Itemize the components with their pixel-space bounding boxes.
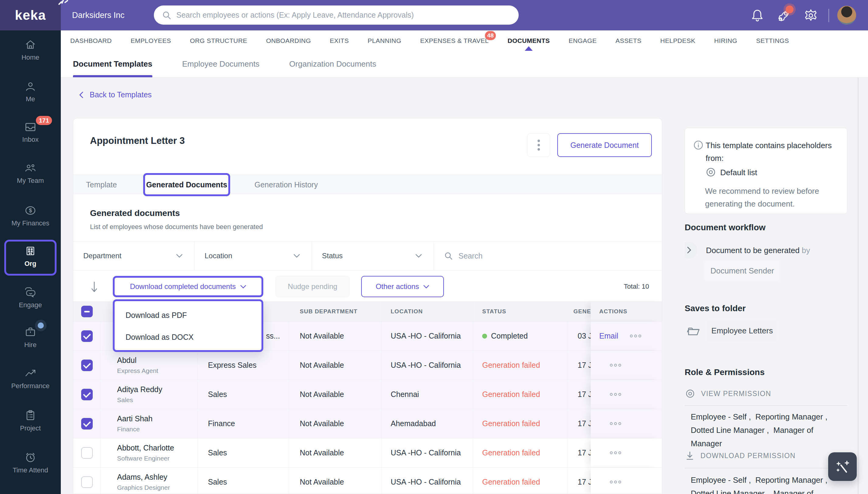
sidebar-item-project[interactable]: Project — [0, 410, 61, 432]
search-icon — [162, 10, 172, 20]
sidebar-item-time-attend[interactable]: Time Attend — [0, 451, 61, 474]
nav-employees[interactable]: EMPLOYEES — [131, 31, 171, 51]
default-list-label: Default list — [720, 168, 757, 177]
row-checkbox[interactable] — [81, 447, 93, 459]
table-row[interactable]: AbdulExpress Agent Express Sales Not Ava… — [73, 351, 662, 380]
nav-onboarding[interactable]: ONBOARDING — [266, 31, 311, 51]
table-row[interactable]: Aarti ShahFinance Finance Not Available … — [73, 409, 662, 438]
view-permission-row: VIEW PERMISSION — [685, 389, 771, 398]
sidebar-item-me[interactable]: Me — [0, 80, 61, 103]
row-actions-menu-icon[interactable] — [610, 364, 621, 366]
tab-template[interactable]: Template — [86, 175, 117, 194]
global-search[interactable] — [154, 5, 519, 25]
other-actions-button[interactable]: Other actions — [361, 276, 444, 297]
row-checkbox[interactable] — [81, 418, 93, 430]
nav-planning[interactable]: PLANNING — [368, 31, 401, 51]
nav-dashboard[interactable]: DASHBOARD — [70, 31, 112, 51]
nudge-pending-button[interactable]: Nudge pending — [275, 276, 350, 297]
select-all-checkbox[interactable] — [81, 306, 93, 317]
tab-organization-documents[interactable]: Organization Documents — [289, 51, 376, 77]
avatar[interactable] — [837, 6, 856, 25]
gear-icon[interactable] — [804, 8, 818, 22]
chevron-down-icon — [415, 254, 422, 258]
nav-expenses-travel[interactable]: EXPENSES & TRAVEL 48 — [420, 31, 489, 51]
table-row[interactable]: Adams, AshleyGraphics Designer Sales Not… — [73, 468, 662, 494]
nav-org-structure[interactable]: ORG STRUCTURE — [190, 31, 247, 51]
document-subtabs: Document Templates Employee Documents Or… — [61, 51, 868, 78]
row-actions-menu-icon[interactable] — [610, 422, 621, 425]
filter-bar: Department Location Status — [73, 241, 662, 270]
folder-name-pill[interactable]: Employee Letters — [707, 320, 777, 341]
home-icon — [0, 39, 61, 51]
sidebar-item-home[interactable]: Home — [0, 39, 61, 61]
workflow-expand-circle[interactable] — [685, 242, 697, 259]
section-subheading: List of employees whose documents have b… — [90, 223, 263, 231]
row-actions-menu-icon[interactable] — [610, 451, 621, 454]
building-icon — [0, 245, 61, 257]
table-row[interactable]: Aditya ReddySales Sales Not Available Ch… — [73, 380, 662, 409]
nav-exits[interactable]: EXITS — [330, 31, 349, 51]
row-actions-menu-icon[interactable] — [630, 335, 641, 337]
menu-item-download-pdf[interactable]: Download as PDF — [115, 304, 261, 326]
nav-helpdesk[interactable]: HELPDESK — [660, 31, 695, 51]
sidebar-item-my-team[interactable]: My Team — [0, 162, 61, 185]
nav-assets[interactable]: ASSETS — [616, 31, 642, 51]
nav-documents[interactable]: DOCUMENTS — [508, 31, 550, 51]
download-completed-documents-button[interactable]: Download completed documents — [113, 276, 263, 297]
more-options-button[interactable] — [527, 133, 550, 157]
status-filter[interactable]: Status — [312, 242, 434, 270]
nav-settings[interactable]: SETTINGS — [756, 31, 789, 51]
rocket-icon[interactable] — [777, 8, 791, 22]
department-filter[interactable]: Department — [73, 242, 195, 270]
workflow-assignee-pill: Document Sender — [705, 260, 780, 281]
download-icon — [685, 451, 694, 460]
main-nav: DASHBOARD EMPLOYEES ORG STRUCTURE ONBOAR… — [61, 31, 868, 51]
topbar-divider — [828, 9, 829, 22]
tab-employee-documents[interactable]: Employee Documents — [182, 51, 259, 77]
nav-hiring[interactable]: HIRING — [714, 31, 737, 51]
row-checkbox[interactable] — [81, 389, 93, 400]
svg-text:$: $ — [29, 207, 32, 213]
sidebar-item-my-finances[interactable]: $ My Finances — [0, 204, 61, 227]
magic-wand-fab[interactable] — [828, 452, 857, 481]
menu-item-download-docx[interactable]: Download as DOCX — [115, 326, 261, 348]
kebab-icon — [537, 140, 540, 142]
team-icon — [0, 162, 61, 174]
table-search[interactable] — [434, 242, 662, 270]
download-permission-row: DOWNLOAD PERMISSION — [685, 451, 796, 460]
chevron-down-icon — [293, 254, 300, 258]
keka-logo[interactable]: keka — [0, 0, 61, 31]
bell-icon[interactable] — [750, 8, 764, 22]
generate-document-button[interactable]: Generate Document — [557, 133, 652, 157]
view-permission-value: Employee - Self , Reporting Manager , Do… — [691, 410, 843, 450]
chevron-down-icon — [240, 285, 246, 289]
review-note: We recommend to review before generating… — [705, 185, 836, 210]
tab-generated-documents[interactable]: Generated Documents — [143, 173, 230, 196]
location-filter[interactable]: Location — [195, 242, 312, 270]
email-action-link[interactable]: Email — [599, 331, 618, 340]
row-checkbox[interactable] — [81, 360, 93, 371]
scrollbar-track[interactable] — [858, 78, 859, 494]
sidebar-item-org[interactable]: Org — [0, 245, 61, 268]
sidebar-item-engage[interactable]: Engage — [0, 286, 61, 309]
divider — [685, 468, 847, 469]
back-to-templates-link[interactable]: Back to Templates — [78, 90, 152, 99]
row-actions-menu-icon[interactable] — [610, 393, 621, 396]
sort-arrow-icon[interactable] — [90, 281, 98, 293]
placeholders-info-text: This template contains placeholders from… — [706, 139, 841, 165]
sidebar-item-hire[interactable]: Hire — [0, 326, 61, 349]
circle-dot-icon — [685, 389, 695, 398]
row-checkbox[interactable] — [81, 330, 93, 342]
tab-document-templates[interactable]: Document Templates — [73, 51, 152, 77]
row-checkbox[interactable] — [81, 476, 93, 488]
sidebar-item-performance[interactable]: Performance — [0, 367, 61, 390]
table-search-input[interactable] — [458, 251, 611, 260]
tab-generation-history[interactable]: Generation History — [255, 175, 318, 194]
global-search-input[interactable] — [176, 11, 505, 19]
row-actions-menu-icon[interactable] — [610, 481, 621, 483]
nav-engage[interactable]: ENGAGE — [569, 31, 596, 51]
sidebar-item-inbox[interactable]: 171 Inbox — [0, 121, 61, 144]
role-permissions-heading: Role & Permissions — [685, 367, 765, 377]
table-row[interactable]: Abbott, CharlotteSoftware Engineer Sales… — [73, 438, 662, 468]
trend-icon — [0, 367, 61, 379]
